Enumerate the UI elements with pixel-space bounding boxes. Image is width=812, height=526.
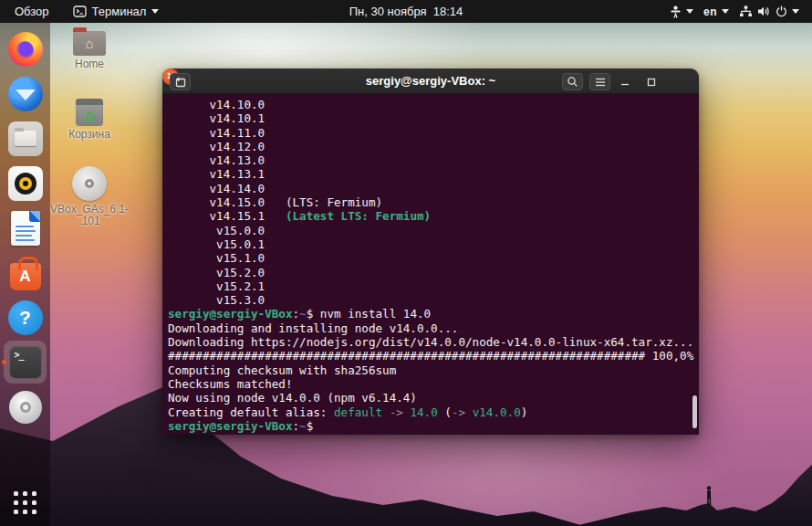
new-tab-button[interactable] [170,73,191,90]
search-icon [567,76,578,88]
app-grid-icon [14,491,36,514]
desktop-icon-home[interactable]: ⌂ Home [39,26,140,70]
volume-icon [757,5,771,17]
terminal-titlebar[interactable]: sergiy@sergiy-VBox: ~ ✕ [162,68,699,94]
chevron-down-icon [792,9,799,14]
keyboard-layout-menu[interactable]: en [703,5,729,18]
thunderbird-icon [8,77,43,111]
app-menu-label: Терминал [92,5,147,18]
accessibility-menu[interactable] [670,5,693,18]
desktop-icon-label-line2: .101 [50,216,129,227]
terminal-output: v14.10.0 v14.10.1 v14.11.0 v14.12.0 v14.… [162,94,699,435]
disc-icon [9,391,42,424]
accessibility-icon [670,5,682,18]
chevron-down-icon [722,9,729,14]
desktop-icon-label: Корзина [68,129,110,141]
chevron-down-icon [686,9,693,14]
running-indicator-dot [2,360,6,364]
dock-spacer [0,429,50,479]
hiker-silhouette [707,486,712,505]
terminal-window: sergiy@sergiy-VBox: ~ ✕ [162,68,699,435]
trash-icon: ♻ [76,99,103,126]
network-icon [739,5,753,17]
terminal-app-icon [73,5,87,17]
mountain-right [575,462,812,526]
dock-item-terminal[interactable]: >_ [0,340,50,384]
desktop-icon-label: Home [75,58,104,70]
power-icon [776,5,787,17]
chevron-down-icon [151,9,159,14]
firefox-icon [8,32,43,67]
dock-item-libreoffice-writer[interactable] [0,205,50,250]
dock-item-ubuntu-software[interactable]: A [0,250,50,295]
maximize-button[interactable] [640,73,661,90]
search-button[interactable] [562,73,583,90]
top-bar: Обзор Терминал Пн, 30 ноября 18:14 [0,0,812,23]
hamburger-icon [595,78,606,87]
terminal-scrollbar[interactable] [692,395,697,428]
desktop: Обзор Терминал Пн, 30 ноября 18:14 [0,0,812,526]
show-applications-button[interactable] [0,479,50,526]
files-icon [8,121,43,156]
keyboard-layout-label: en [703,5,717,18]
dock-item-disc[interactable] [0,384,50,429]
desktop-icon-vbox-cd[interactable]: VBox_GAs_6.1- .101 [39,166,140,227]
dock-item-help[interactable]: ? [0,295,50,340]
rhythmbox-icon [8,166,43,201]
dock-item-firefox[interactable] [0,26,50,71]
maximize-icon [647,78,656,87]
menu-button[interactable] [589,73,610,90]
minimize-button[interactable] [614,73,635,90]
help-icon: ? [8,300,43,335]
activities-button[interactable]: Обзор [0,0,64,23]
desktop-icon-trash[interactable]: ♻ Корзина [39,99,140,141]
dock-item-rhythmbox[interactable] [0,161,50,205]
ubuntu-software-icon: A [10,263,41,290]
activities-label: Обзор [15,5,49,18]
terminal-icon: >_ [9,346,42,379]
dock: A ? >_ [0,23,50,526]
system-status-menu[interactable] [739,5,799,17]
minimize-icon [620,78,630,87]
libreoffice-writer-icon [11,211,40,246]
cd-disc-icon [72,166,107,201]
dock-item-thunderbird[interactable] [0,71,50,116]
dock-item-files[interactable] [0,116,50,161]
home-folder-icon: ⌂ [73,31,106,56]
app-menu-terminal[interactable]: Терминал [64,0,169,23]
